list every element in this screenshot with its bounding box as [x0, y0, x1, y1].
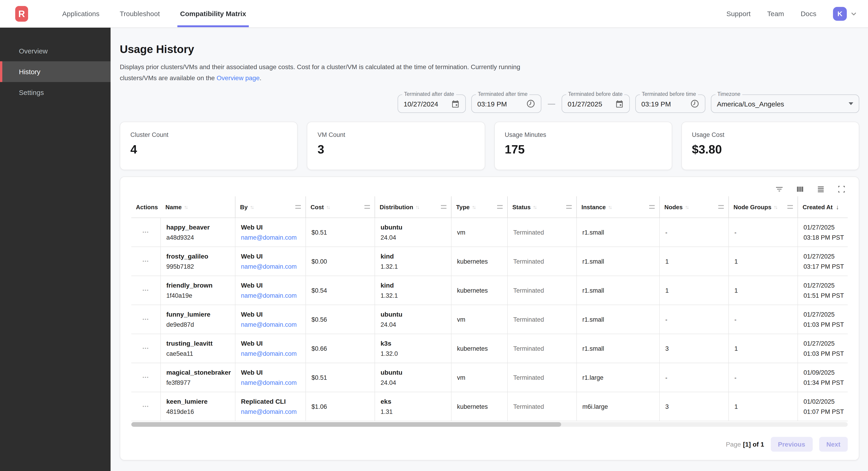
previous-page-button[interactable]: Previous	[771, 437, 812, 452]
created-at-date: 01/27/2025	[804, 253, 842, 260]
column-menu-icon[interactable]	[365, 205, 370, 209]
nodes-cell: -	[660, 305, 729, 334]
column-header-cost[interactable]: Cost↑↓	[306, 196, 375, 217]
table-row[interactable]: ••• trusting_leavittcae5ea11 Web UIname@…	[131, 334, 848, 363]
docs-link[interactable]: Docs	[801, 10, 816, 18]
fullscreen-icon[interactable]	[837, 184, 846, 193]
created-by-email-link[interactable]: name@domain.com	[241, 321, 300, 328]
created-by-email-link[interactable]: name@domain.com	[241, 292, 300, 299]
terminated-before-date-field[interactable]: Terminated before date 01/27/2025	[562, 94, 630, 113]
sidebar-item-settings[interactable]: Settings	[0, 82, 111, 103]
created-by-email-link[interactable]: name@domain.com	[241, 263, 300, 270]
sort-icon[interactable]: ↑↓	[326, 204, 330, 210]
overview-page-link[interactable]: Overview page	[217, 74, 259, 82]
terminated-after-time-field[interactable]: Terminated after time 03:19 PM	[471, 94, 541, 113]
sort-icon[interactable]: ↑↓	[184, 204, 187, 210]
instance-cell: m6i.large	[577, 392, 660, 421]
row-actions-button[interactable]: •••	[143, 375, 149, 380]
created-by-email-link[interactable]: name@domain.com	[241, 408, 300, 415]
filter-icon[interactable]	[775, 184, 784, 193]
column-header-instance[interactable]: Instance↑↓	[577, 196, 660, 217]
team-link[interactable]: Team	[767, 10, 784, 18]
table-row[interactable]: ••• frosty_galileo995b7182 Web UIname@do…	[131, 247, 848, 276]
created-at-cell: 01/09/202501:34 PM PST	[798, 363, 848, 392]
sidebar-item-overview[interactable]: Overview	[0, 40, 111, 61]
replicated-logo[interactable]: R	[15, 6, 28, 22]
sort-icon[interactable]: ↑↓	[472, 204, 475, 210]
horizontal-scrollbar[interactable]	[131, 422, 848, 427]
terminated-before-time-field[interactable]: Terminated before time 03:19 PM	[636, 94, 705, 113]
timezone-select[interactable]: Timezone America/Los_Angeles	[711, 94, 859, 113]
table-row[interactable]: ••• magical_stonebrakerfe3f8977 Web UIna…	[131, 363, 848, 392]
created-by-email-link[interactable]: name@domain.com	[241, 350, 300, 357]
column-menu-icon[interactable]	[441, 205, 446, 209]
status-value: Terminated	[513, 345, 571, 352]
by-cell: Replicated CLIname@domain.com	[236, 392, 306, 421]
actions-cell: •••	[131, 363, 161, 392]
column-menu-icon[interactable]	[295, 205, 301, 209]
column-header-status[interactable]: Status↑↓	[508, 196, 577, 217]
column-label: Type	[456, 203, 470, 210]
column-header-nodes[interactable]: Nodes↑↓	[660, 196, 729, 217]
row-actions-button[interactable]: •••	[143, 288, 149, 293]
column-label: Instance	[582, 203, 606, 210]
by-cell: Web UIname@domain.com	[236, 363, 306, 392]
column-menu-icon[interactable]	[787, 205, 793, 209]
column-menu-icon[interactable]	[718, 205, 724, 209]
created-by-email-link[interactable]: name@domain.com	[241, 379, 300, 386]
created-by-source: Web UI	[241, 311, 300, 318]
node-groups-value: -	[734, 316, 792, 323]
clock-icon[interactable]	[690, 99, 700, 108]
sort-desc-icon[interactable]: ↓	[836, 203, 839, 211]
row-actions-button[interactable]: •••	[143, 230, 149, 235]
distribution-cell: ubuntu24.04	[375, 363, 452, 392]
support-link[interactable]: Support	[726, 10, 750, 18]
table-row[interactable]: ••• funny_lumierede9ed87d Web UIname@dom…	[131, 305, 848, 334]
sort-icon[interactable]: ↑↓	[685, 204, 688, 210]
table-row[interactable]: ••• friendly_brown1f40a19e Web UIname@do…	[131, 276, 848, 305]
row-actions-button[interactable]: •••	[143, 346, 149, 351]
clock-icon[interactable]	[526, 99, 535, 108]
row-actions-button[interactable]: •••	[143, 317, 149, 322]
row-actions-button[interactable]: •••	[143, 404, 149, 409]
column-menu-icon[interactable]	[649, 205, 655, 209]
sidebar-item-history[interactable]: History	[0, 61, 111, 82]
column-header-node-groups[interactable]: Node Groups↑↓	[729, 196, 798, 217]
avatar[interactable]: K	[833, 7, 847, 21]
distribution-version: 24.04	[380, 379, 445, 386]
created-by-email-link[interactable]: name@domain.com	[241, 234, 300, 241]
column-header-distribution[interactable]: Distribution↑↓	[375, 196, 452, 217]
next-page-button[interactable]: Next	[819, 437, 848, 452]
density-icon[interactable]	[816, 184, 825, 193]
calendar-icon[interactable]	[615, 99, 624, 108]
row-actions-button[interactable]: •••	[143, 259, 149, 264]
column-header-type[interactable]: Type↑↓	[452, 196, 508, 217]
calendar-icon[interactable]	[451, 99, 460, 108]
column-menu-icon[interactable]	[497, 205, 503, 209]
created-at-date: 01/27/2025	[804, 282, 842, 289]
field-value: 03:19 PM	[641, 100, 671, 108]
column-menu-icon[interactable]	[566, 205, 572, 209]
terminated-after-date-field[interactable]: Terminated after date 10/27/2024	[398, 94, 466, 113]
table-row[interactable]: ••• keen_lumiere4819de16 Replicated CLIn…	[131, 392, 848, 421]
tab-applications[interactable]: Applications	[59, 0, 102, 27]
account-menu[interactable]: K	[833, 7, 857, 21]
sort-icon[interactable]: ↑↓	[250, 204, 253, 210]
column-header-name[interactable]: Name↑↓	[161, 196, 236, 217]
created-at-date: 01/27/2025	[804, 311, 842, 318]
columns-icon[interactable]	[796, 184, 804, 193]
created-at-time: 03:17 PM PST	[804, 263, 842, 270]
stat-value: 175	[505, 142, 661, 157]
column-header-created-at[interactable]: Created At↓	[798, 196, 848, 217]
tab-troubleshoot[interactable]: Troubleshoot	[117, 0, 163, 27]
cluster-name: trusting_leavitt	[166, 340, 229, 347]
table-row[interactable]: ••• happy_beavera48d9324 Web UIname@doma…	[131, 218, 848, 247]
tab-compatibility-matrix[interactable]: Compatibility Matrix	[177, 0, 249, 27]
scrollbar-thumb[interactable]	[131, 422, 561, 427]
sort-icon[interactable]: ↑↓	[774, 204, 777, 210]
sort-icon[interactable]: ↑↓	[415, 204, 419, 210]
type-value: vm	[457, 374, 502, 381]
column-header-by[interactable]: By↑↓	[236, 196, 306, 217]
sort-icon[interactable]: ↑↓	[608, 204, 611, 210]
sort-icon[interactable]: ↑↓	[533, 204, 536, 210]
